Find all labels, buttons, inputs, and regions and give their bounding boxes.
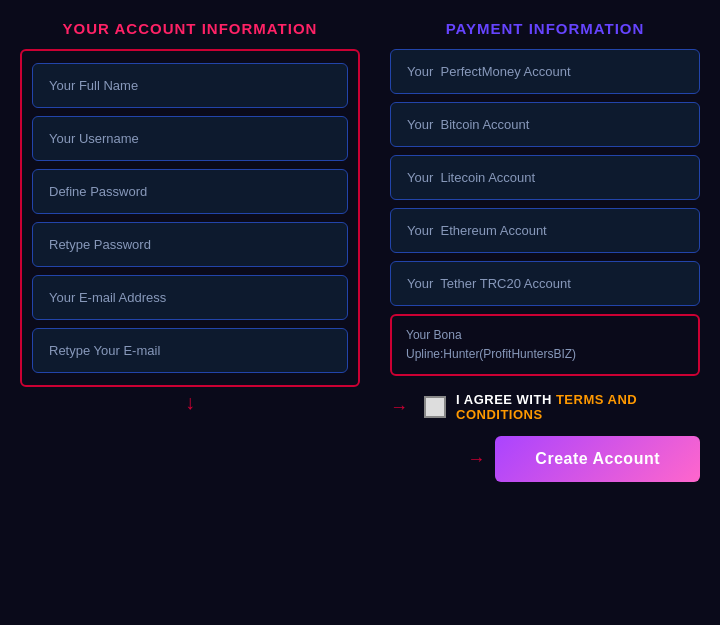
email-input[interactable] bbox=[32, 275, 348, 320]
perfectmoney-input[interactable] bbox=[390, 49, 700, 94]
left-down-arrow: ↓ bbox=[20, 391, 360, 414]
upline-line2: Upline:Hunter(ProfitHuntersBIZ) bbox=[406, 345, 684, 364]
username-input[interactable] bbox=[32, 116, 348, 161]
agree-row: → I AGREE WITH TERMS AND CONDITIONS bbox=[390, 392, 700, 422]
upline-box: Your Bona Upline:Hunter(ProfitHuntersBIZ… bbox=[390, 314, 700, 376]
account-fields-box bbox=[20, 49, 360, 387]
agree-checkbox[interactable] bbox=[424, 396, 446, 418]
retype-email-input[interactable] bbox=[32, 328, 348, 373]
password-input[interactable] bbox=[32, 169, 348, 214]
bottom-actions: → I AGREE WITH TERMS AND CONDITIONS → Cr… bbox=[390, 392, 700, 482]
account-section-title: YOUR ACCOUNT INFORMATION bbox=[20, 20, 360, 37]
bitcoin-input[interactable] bbox=[390, 102, 700, 147]
full-name-input[interactable] bbox=[32, 63, 348, 108]
create-button-row: → Create Account bbox=[467, 436, 700, 482]
create-account-button[interactable]: Create Account bbox=[495, 436, 700, 482]
upline-line1: Your Bona bbox=[406, 326, 684, 345]
agree-static-text: I AGREE WITH bbox=[456, 392, 556, 407]
tether-input[interactable] bbox=[390, 261, 700, 306]
create-arrow: → bbox=[467, 449, 485, 470]
retype-password-input[interactable] bbox=[32, 222, 348, 267]
agree-label: I AGREE WITH TERMS AND CONDITIONS bbox=[456, 392, 700, 422]
agree-arrow: → bbox=[390, 397, 408, 418]
litecoin-input[interactable] bbox=[390, 155, 700, 200]
account-section: YOUR ACCOUNT INFORMATION ↓ bbox=[20, 20, 360, 482]
payment-section: PAYMENT INFORMATION Your Bona Upline:Hun… bbox=[390, 20, 700, 482]
payment-section-title: PAYMENT INFORMATION bbox=[390, 20, 700, 37]
payment-fields-container bbox=[390, 49, 700, 306]
ethereum-input[interactable] bbox=[390, 208, 700, 253]
upline-arrow: ← bbox=[716, 332, 720, 358]
